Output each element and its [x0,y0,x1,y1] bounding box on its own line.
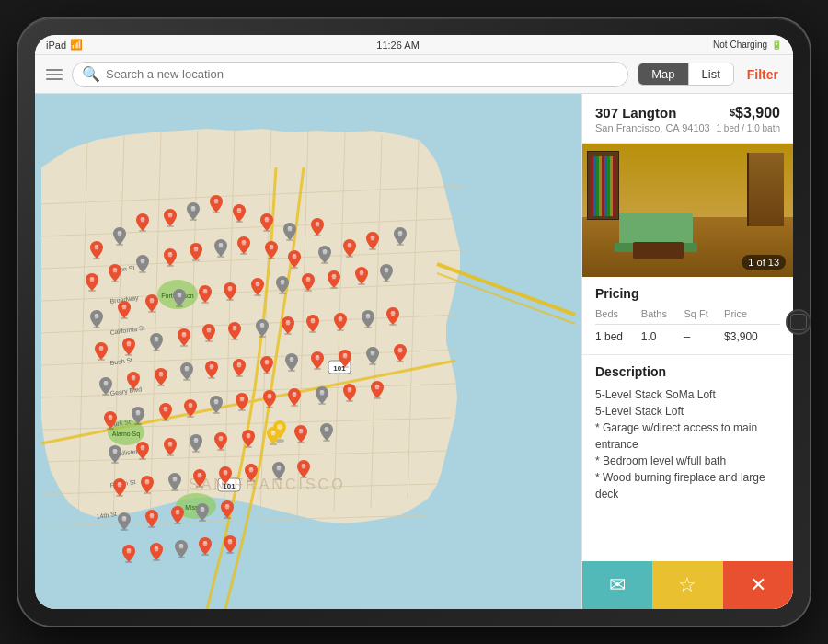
svg-text:Mission: Mission [185,504,207,511]
row-beds: 1 bed [595,325,641,346]
photo-counter: 1 of 13 [742,255,786,270]
svg-text:Fort Mason: Fort Mason [161,293,194,299]
close-button[interactable]: ✕ [723,561,793,609]
property-header: 307 Langton San Francisco, CA 94103 $$3,… [582,94,793,144]
svg-text:Alamo Sq: Alamo Sq [112,431,140,438]
battery-status: Not Charging [713,40,767,50]
description-text: 5-Level Stack SoMa Loft 5-Level Stack Lo… [595,386,780,502]
pricing-section: Pricing Beds Baths Sq Ft Price [582,277,793,355]
row-baths: 1.0 [641,325,684,346]
close-icon: ✕ [750,573,766,597]
property-address: 307 Langton San Francisco, CA 94103 [595,105,716,133]
status-bar: iPad 📶 11:26 AM Not Charging 🔋 [35,35,793,55]
action-bar: ✉ ☆ ✕ [582,561,793,609]
property-street: 307 Langton [595,105,716,121]
pricing-title: Pricing [595,286,780,301]
description-section: Description 5-Level Stack SoMa Loft 5-Le… [582,355,793,561]
svg-text:SAN FRANCISCO: SAN FRANCISCO [189,477,346,492]
tablet-screen: iPad 📶 11:26 AM Not Charging 🔋 🔍 [35,35,793,609]
col-price: Price [724,308,780,325]
property-city: San Francisco, CA 94103 [595,122,716,133]
favorite-button[interactable]: ☆ [652,561,722,609]
wifi-icon: 📶 [70,39,83,51]
pricing-table: Beds Baths Sq Ft Price 1 bed 1.0 – [595,308,780,345]
col-sqft: Sq Ft [684,308,724,325]
property-photo[interactable]: 1 of 13 [582,144,793,277]
tablet-device: iPad 📶 11:26 AM Not Charging 🔋 🔍 [18,18,810,626]
email-icon: ✉ [609,573,626,597]
right-panel: 307 Langton San Francisco, CA 94103 $$3,… [581,94,793,609]
main-content: 101 101 Fort Mason Alamo Sq Mission [35,94,793,609]
col-beds: Beds [595,308,641,325]
device-label: iPad [46,40,66,51]
filter-button[interactable]: Filter [743,67,782,82]
description-title: Description [595,364,780,379]
battery-icon: 🔋 [771,40,782,50]
view-tabs: Map List [638,63,734,86]
map-area[interactable]: 101 101 Fort Mason Alamo Sq Mission [35,94,581,609]
tab-map[interactable]: Map [638,63,688,85]
row-price: $3,900 [724,325,780,346]
star-icon: ☆ [678,573,696,597]
property-price-block: $$3,900 1 bed / 1.0 bath [716,105,780,133]
tab-list[interactable]: List [689,63,733,85]
row-sqft: – [684,325,724,346]
pricing-row: 1 bed 1.0 – $3,900 [595,325,780,346]
svg-point-44 [275,439,284,443]
clock: 11:26 AM [376,40,419,51]
email-button[interactable]: ✉ [582,561,652,609]
search-input[interactable] [106,67,618,81]
menu-button[interactable] [46,69,63,80]
nav-bar: 🔍 Map List Filter [35,55,793,94]
svg-text:101: 101 [333,364,346,373]
svg-point-45 [277,424,282,430]
col-baths: Baths [641,308,684,325]
property-price: $$3,900 [716,105,780,121]
search-bar[interactable]: 🔍 [72,62,628,87]
home-button[interactable] [786,309,811,335]
property-beds-baths: 1 bed / 1.0 bath [716,123,780,133]
search-icon: 🔍 [82,65,100,83]
